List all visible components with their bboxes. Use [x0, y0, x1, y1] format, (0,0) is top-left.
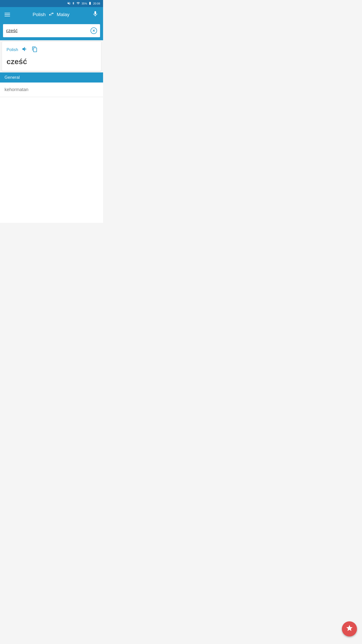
battery-icon: [88, 2, 92, 6]
card-header: Polish: [7, 46, 97, 54]
source-language[interactable]: Polish: [33, 12, 46, 17]
clear-button[interactable]: ✕: [90, 27, 97, 34]
signal-icon: [76, 2, 80, 6]
result-section: kehormatan: [0, 83, 103, 223]
content-area: [0, 97, 103, 223]
general-header: General: [0, 72, 103, 83]
battery-percentage: 35%: [81, 2, 87, 5]
mic-button[interactable]: [92, 11, 99, 19]
search-input[interactable]: [6, 28, 90, 33]
status-bar: 35% 20:08: [0, 0, 103, 7]
nav-bar: Polish Malay: [0, 7, 103, 22]
source-text: cześć: [7, 57, 97, 66]
result-item: kehormatan: [0, 83, 103, 97]
bluetooth-icon: [72, 2, 75, 6]
status-icons: 35% 20:08: [67, 2, 100, 6]
menu-button[interactable]: [5, 13, 10, 16]
copy-button[interactable]: [32, 46, 38, 54]
search-box: ✕: [3, 24, 100, 37]
translation-card: Polish cześć: [2, 42, 101, 71]
time: 20:08: [93, 2, 100, 5]
language-selector: Polish Malay: [10, 11, 92, 18]
translation-text: kehormatan: [5, 87, 28, 92]
swap-icon[interactable]: [48, 11, 54, 18]
search-area: ✕: [0, 22, 103, 40]
mute-icon: [67, 2, 71, 6]
speaker-button[interactable]: [22, 46, 28, 54]
target-language[interactable]: Malay: [57, 12, 70, 17]
card-language: Polish: [7, 47, 18, 52]
general-header-text: General: [5, 75, 20, 80]
